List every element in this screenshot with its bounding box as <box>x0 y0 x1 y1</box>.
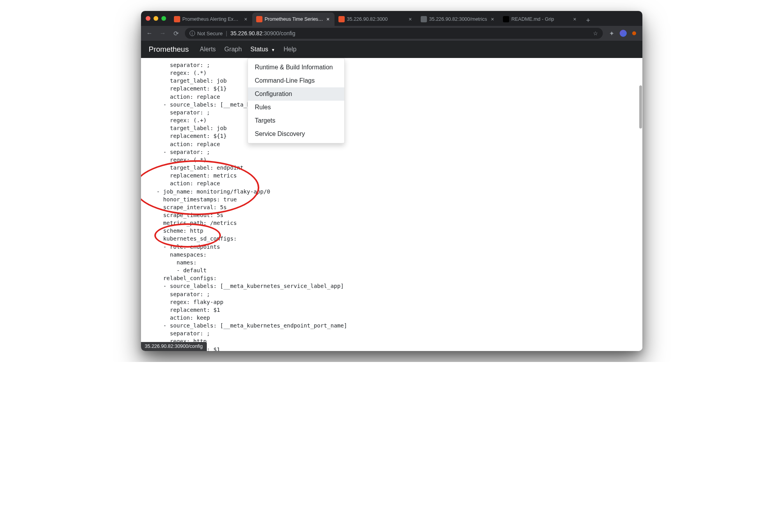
app-brand[interactable]: Prometheus <box>149 45 189 54</box>
info-icon: i <box>190 31 195 36</box>
maximize-window-button[interactable] <box>161 16 166 21</box>
tab-title: README.md - Grip <box>512 16 570 22</box>
tab-title: Prometheus Time Series Collec <box>265 16 324 22</box>
dropdown-item-rules[interactable]: Rules <box>248 101 344 114</box>
url-host: 35.226.90.82 <box>230 30 262 36</box>
browser-tab[interactable]: 35.226.90.82:3000/metrics × <box>417 13 499 26</box>
tab-bar: Prometheus Alerting Example × Prometheus… <box>141 11 642 26</box>
tab-close-icon[interactable]: × <box>408 15 412 23</box>
extension-profile-icon[interactable] <box>620 30 627 37</box>
reload-button[interactable]: ⟳ <box>172 30 181 37</box>
tab-title: 35.226.90.82:3000/metrics <box>429 16 488 22</box>
status-bar: 35.226.90.82:30900/config <box>141 342 207 351</box>
browser-tab[interactable]: 35.226.90.82:3000 × <box>335 13 417 26</box>
extension-icon[interactable] <box>632 31 636 35</box>
tab-close-icon[interactable]: × <box>243 15 248 23</box>
security-label: Not Secure <box>197 31 223 36</box>
tab-title: Prometheus Alerting Example <box>183 16 241 22</box>
dropdown-item-service-discovery[interactable]: Service Discovery <box>248 127 344 141</box>
window-controls <box>144 16 170 21</box>
caret-down-icon: ▼ <box>271 48 275 52</box>
back-button[interactable]: ← <box>145 30 154 37</box>
nav-status-label: Status <box>250 46 268 52</box>
tab-close-icon[interactable]: × <box>572 15 577 23</box>
close-window-button[interactable] <box>146 16 150 21</box>
dropdown-item-configuration[interactable]: Configuration <box>248 87 344 101</box>
toolbar-icons: ✦ <box>607 30 638 37</box>
dropdown-item-runtime[interactable]: Runtime & Build Information <box>248 61 344 74</box>
tab-close-icon[interactable]: × <box>490 15 495 23</box>
status-text: 35.226.90.82:30900/config <box>145 344 203 349</box>
prometheus-favicon-icon <box>256 16 262 22</box>
bookmark-star-icon[interactable]: ☆ <box>593 30 598 36</box>
nav-graph[interactable]: Graph <box>224 46 242 53</box>
github-favicon-icon <box>503 16 509 22</box>
browser-tab[interactable]: Prometheus Time Series Collec × <box>252 13 335 26</box>
browser-tab[interactable]: Prometheus Alerting Example × <box>170 13 252 26</box>
address-bar: ← → ⟳ i Not Secure | 35.226.90.82:30900/… <box>141 26 642 41</box>
vertical-scrollbar[interactable] <box>639 85 642 128</box>
forward-button[interactable]: → <box>158 30 168 37</box>
app-navbar: Prometheus Alerts Graph Status ▼ Help Ru… <box>141 41 642 58</box>
url-text: 35.226.90.82:30900/config <box>230 30 295 36</box>
browser-tab[interactable]: README.md - Grip × <box>499 13 581 26</box>
prometheus-favicon-icon <box>174 16 180 22</box>
config-yaml-block[interactable]: separator: ; regex: (.*) target_label: j… <box>141 58 642 351</box>
minimize-window-button[interactable] <box>154 16 158 21</box>
nav-status-dropdown[interactable]: Status ▼ <box>250 46 275 53</box>
prometheus-favicon-icon <box>338 16 345 22</box>
url-input[interactable]: i Not Secure | 35.226.90.82:30900/config… <box>185 28 603 39</box>
tab-title: 35.226.90.82:3000 <box>347 16 406 22</box>
page-content: separator: ; regex: (.*) target_label: j… <box>141 58 642 351</box>
tab-close-icon[interactable]: × <box>325 15 330 23</box>
security-indicator[interactable]: i Not Secure <box>190 31 223 36</box>
new-tab-button[interactable]: + <box>583 15 594 26</box>
nav-help[interactable]: Help <box>284 46 297 53</box>
status-dropdown-menu: Runtime & Build Information Command-Line… <box>248 58 345 143</box>
dropdown-item-targets[interactable]: Targets <box>248 114 344 127</box>
nav-alerts[interactable]: Alerts <box>200 46 216 53</box>
extensions-icon[interactable]: ✦ <box>609 30 614 37</box>
browser-window: Prometheus Alerting Example × Prometheus… <box>141 11 642 351</box>
globe-favicon-icon <box>421 16 427 22</box>
tabs-container: Prometheus Alerting Example × Prometheus… <box>170 11 642 26</box>
dropdown-item-flags[interactable]: Command-Line Flags <box>248 74 344 87</box>
url-path: :30900/config <box>262 30 295 36</box>
